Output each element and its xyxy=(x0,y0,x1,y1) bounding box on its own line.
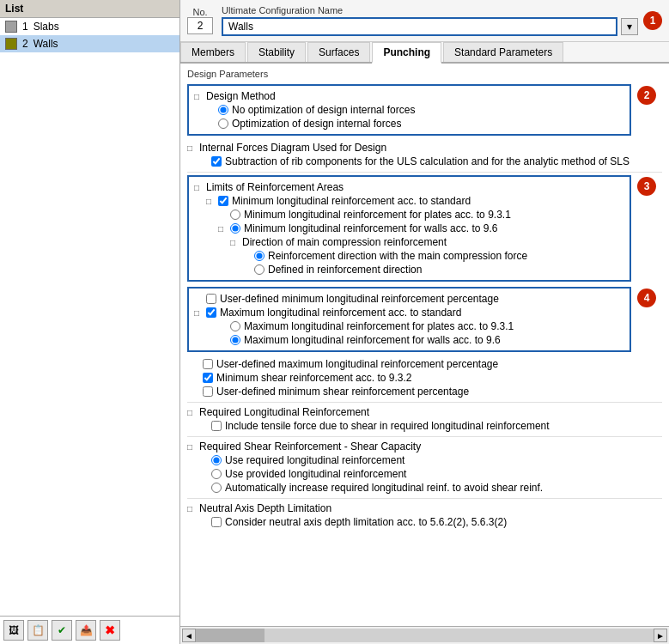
list-item-walls[interactable]: 2 Walls xyxy=(0,35,179,52)
no-optim-row: No optimization of design internal force… xyxy=(194,103,624,117)
compression-label: Reinforcement direction with the main co… xyxy=(268,250,527,262)
expand-max-long[interactable]: □ xyxy=(194,308,203,318)
reinf-direction-label: Defined in reinforcement direction xyxy=(268,264,422,276)
max-walls-radio[interactable] xyxy=(230,335,240,345)
no-optim-label: No optimization of design internal force… xyxy=(232,104,415,116)
no-label: No. xyxy=(192,7,207,17)
max-walls-label: Maximum longitudinal reinforcement for w… xyxy=(244,334,501,346)
max-long-label: Maximum longitudinal reinforcement acc. … xyxy=(220,307,461,319)
badge-1: 1 xyxy=(643,11,662,30)
list-items: 1 Slabs 2 Walls xyxy=(0,18,179,616)
add-button[interactable]: 🖼 xyxy=(3,620,24,641)
use-prov-long-radio[interactable] xyxy=(211,469,222,479)
optim-row: Optimization of design internal forces xyxy=(194,117,624,131)
user-min-shear-check[interactable] xyxy=(203,386,213,397)
user-min-label: User-defined minimum longitudinal reinfo… xyxy=(220,293,499,305)
expand-internal[interactable]: □ xyxy=(187,143,196,153)
scroll-track[interactable] xyxy=(196,629,654,642)
expand-design[interactable]: □ xyxy=(194,92,203,101)
direction-label: Direction of main compression reinforcem… xyxy=(242,236,447,248)
optim-label: Optimization of design internal forces xyxy=(232,118,401,130)
copy-button[interactable]: 📋 xyxy=(27,620,48,641)
neutral-axis-check-row: Consider neutral axis depth limitation a… xyxy=(187,515,662,529)
tensile-check[interactable] xyxy=(211,421,222,431)
tab-surfaces[interactable]: Surfaces xyxy=(307,42,370,62)
expand-walls[interactable]: □ xyxy=(218,224,227,234)
min-long-check[interactable] xyxy=(218,196,228,206)
expand-direction[interactable]: □ xyxy=(230,238,239,247)
neutral-axis-check[interactable] xyxy=(211,517,222,527)
plates-row: Minimum longitudinal reinforcement for p… xyxy=(194,208,624,222)
max-long-check[interactable] xyxy=(206,307,216,318)
delete-button[interactable]: ✖ xyxy=(100,620,120,641)
use-req-long-label: Use required longitudinal reinforcement xyxy=(225,454,404,466)
user-min-shear-row: User-defined minimum shear reinforcement… xyxy=(191,385,662,398)
tab-stability[interactable]: Stability xyxy=(247,42,306,62)
max-plates-radio[interactable] xyxy=(230,321,240,331)
subtraction-label: Subtraction of rib components for the UL… xyxy=(225,155,629,167)
user-max-check[interactable] xyxy=(203,359,213,369)
dropdown-button[interactable]: ▾ xyxy=(621,18,638,35)
expand-neutral[interactable]: □ xyxy=(187,504,196,513)
scroll-right[interactable]: ► xyxy=(654,629,667,642)
min-shear-row: Minimum shear reinforcement acc. to 9.3.… xyxy=(191,371,662,385)
badge-2: 2 xyxy=(637,86,656,105)
max-plates-row: Maximum longitudinal reinforcement for p… xyxy=(194,319,624,333)
walls-radio[interactable] xyxy=(230,223,240,234)
auto-increase-radio[interactable] xyxy=(211,483,222,493)
reinf-direction-radio[interactable] xyxy=(254,264,265,275)
optim-radio[interactable] xyxy=(218,118,228,129)
user-min-check[interactable] xyxy=(206,294,216,304)
expand-req-long[interactable]: □ xyxy=(187,408,196,417)
plates-label: Minimum longitudinal reinforcement for p… xyxy=(244,209,511,221)
design-method-label: Design Method xyxy=(206,90,276,102)
subtraction-check[interactable] xyxy=(211,156,222,167)
design-method-group: □ Design Method No optimization of desig… xyxy=(187,84,631,136)
config-label: Ultimate Configuration Name xyxy=(222,5,638,15)
tab-members[interactable]: Members xyxy=(180,42,246,62)
internal-forces-header: □ Internal Forces Diagram Used for Desig… xyxy=(187,141,662,155)
walls-label: Minimum longitudinal reinforcement for w… xyxy=(244,222,497,234)
limits-header: □ Limits of Reinforcement Areas xyxy=(194,180,624,194)
reinf-direction-row: Defined in reinforcement direction xyxy=(194,263,624,276)
req-shear-header: □ Required Shear Reinforcement - Shear C… xyxy=(187,440,662,453)
compression-radio[interactable] xyxy=(254,251,265,261)
user-min-row: User-defined minimum longitudinal reinfo… xyxy=(194,292,624,306)
expand-min-long[interactable]: □ xyxy=(206,197,215,206)
min-shear-label: Minimum shear reinforcement acc. to 9.3.… xyxy=(216,372,411,384)
expand-limits[interactable]: □ xyxy=(194,183,203,192)
tabs-bar: Members Stability Surfaces Punching Stan… xyxy=(180,42,669,64)
expand-req-shear[interactable]: □ xyxy=(187,442,196,452)
scroll-thumb[interactable] xyxy=(196,629,265,642)
no-input[interactable] xyxy=(187,17,213,34)
horizontal-scrollbar: ◄ ► xyxy=(180,626,669,644)
use-req-long-radio[interactable] xyxy=(211,455,222,465)
auto-increase-row: Automatically increase required longitud… xyxy=(187,481,662,495)
req-long-label: Required Longitudinal Reinforcement xyxy=(199,406,369,418)
plates-radio[interactable] xyxy=(230,210,240,220)
limits-group: □ Limits of Reinforcement Areas □ Minimu… xyxy=(187,175,631,282)
min-shear-check[interactable] xyxy=(203,373,213,383)
neutral-axis-check-label: Consider neutral axis depth limitation a… xyxy=(225,516,507,528)
verify-button[interactable]: ✔ xyxy=(52,620,72,641)
user-max-label: User-defined maximum longitudinal reinfo… xyxy=(216,358,498,370)
neutral-axis-label: Neutral Axis Depth Limitation xyxy=(199,502,331,514)
use-req-long-row: Use required longitudinal reinforcement xyxy=(187,453,662,467)
tab-punching[interactable]: Punching xyxy=(372,42,441,64)
no-optim-radio[interactable] xyxy=(218,105,228,115)
use-prov-long-label: Use provided longitudinal reinforcement xyxy=(225,468,406,480)
list-item-slabs[interactable]: 1 Slabs xyxy=(0,18,179,35)
req-shear-label: Required Shear Reinforcement - Shear Cap… xyxy=(199,440,421,453)
config-name-input[interactable] xyxy=(222,17,617,36)
wall-number: 2 xyxy=(22,38,28,50)
bottom-items: User-defined maximum longitudinal reinfo… xyxy=(187,357,662,398)
max-walls-row: Maximum longitudinal reinforcement for w… xyxy=(194,333,624,347)
min-long-label: Minimum longitudinal reinforcement acc. … xyxy=(232,195,471,207)
scroll-left[interactable]: ◄ xyxy=(182,629,196,642)
req-long-header: □ Required Longitudinal Reinforcement xyxy=(187,405,662,419)
internal-forces-group: □ Internal Forces Diagram Used for Desig… xyxy=(187,141,662,168)
config-row: No. Ultimate Configuration Name ▾ 1 xyxy=(180,0,669,42)
badge-4: 4 xyxy=(637,289,656,307)
tab-standard-params[interactable]: Standard Parameters xyxy=(443,42,563,62)
export-button[interactable]: 📤 xyxy=(76,620,96,641)
